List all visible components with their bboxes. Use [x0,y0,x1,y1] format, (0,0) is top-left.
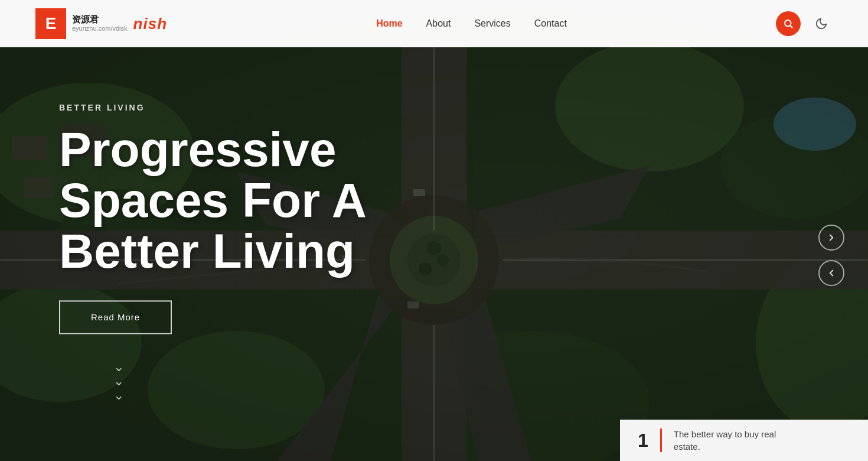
logo-brand: nish [133,15,167,33]
chevron-down-icon-1: ⌄ [113,361,124,374]
chevron-left-icon [826,268,837,278]
moon-icon [815,17,828,30]
chevron-down-icon-2: ⌄ [113,375,124,388]
main-nav: Home About Services Contact [376,18,567,29]
bottom-info-bar: 1 The better way to buy real estate. [620,420,868,461]
theme-toggle-button[interactable] [810,12,833,35]
search-icon [783,18,794,29]
hero-title: Progressive Spaces For A Better Living [59,124,472,277]
chevron-down-icon-3: ⌄ [113,389,124,402]
nav-services[interactable]: Services [474,18,510,29]
hero-content: BETTER LIVING Progressive Spaces For A B… [59,103,472,334]
prev-slide-button[interactable] [818,260,844,286]
chevron-right-icon [826,232,837,243]
logo-chinese: 资源君 [72,14,128,25]
logo-url: eyunzhu.com/vdisk [72,25,128,33]
svg-line-34 [790,25,792,27]
next-slide-button[interactable] [818,225,844,251]
slide-number: 1 [638,430,648,452]
header: E 资源君 eyunzhu.com/vdisk nish Home About … [0,0,868,47]
nav-about[interactable]: About [426,18,451,29]
logo-icon: E [35,8,66,39]
hero-subtitle: BETTER LIVING [59,103,472,112]
nav-home[interactable]: Home [376,18,402,29]
logo-brand-highlight: i [143,15,148,33]
hero-section: E 资源君 eyunzhu.com/vdisk nish Home About … [0,0,868,461]
logo-area: E 资源君 eyunzhu.com/vdisk nish [35,8,167,39]
logo-text-block: 资源君 eyunzhu.com/vdisk [72,14,128,33]
read-more-button[interactable]: Read More [59,301,172,335]
header-icons [776,11,833,36]
search-button[interactable] [776,11,801,36]
bottom-tagline: The better way to buy real estate. [674,428,776,453]
bottom-divider [660,428,662,452]
scroll-indicator[interactable]: ⌄ ⌄ ⌄ [113,361,124,402]
nav-contact[interactable]: Contact [534,18,567,29]
